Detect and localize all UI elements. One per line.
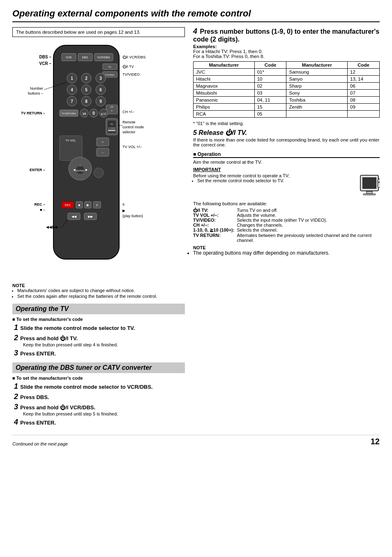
svg-text:TV/VIDEO: TV/VIDEO — [122, 72, 140, 77]
table-cell: 03 — [254, 90, 286, 97]
svg-text:TV RETURN –: TV RETURN – — [21, 111, 45, 115]
svg-rect-97 — [363, 194, 376, 195]
important-list: Set the remote control mode selector to … — [197, 178, 290, 183]
svg-text:selector: selector — [122, 130, 136, 134]
dbs-step-3: 3 Press and hold ⏻/I VCR/DBS. Keep the b… — [12, 403, 185, 416]
table-cell: 06 — [348, 83, 380, 90]
svg-rect-95 — [362, 177, 376, 189]
tv-image: TV — [359, 173, 380, 199]
button-label: 1-10, 0, ≧10 (100+): — [193, 227, 237, 233]
svg-text:▶: ▶ — [87, 203, 90, 207]
important-content: Before using the remote control to opera… — [193, 173, 380, 199]
svg-text:5: 5 — [85, 88, 88, 92]
continued-text: Continued on the next page — [12, 441, 68, 446]
svg-text:▶▶: ▶▶ — [88, 215, 93, 218]
operation-section: Operation Aim the remote control at the … — [193, 151, 380, 243]
svg-text:DBS –: DBS – — [39, 55, 52, 59]
svg-text:TV: TV — [108, 66, 111, 68]
table-cell: Sharp — [286, 83, 348, 90]
button-label: TV VOL +/–: — [193, 213, 237, 218]
left-column: The buttons described below are used on … — [12, 27, 185, 428]
svg-text:10: 10 — [83, 112, 86, 116]
table-cell: 13, 14 — [348, 76, 380, 83]
table-cell — [286, 111, 348, 118]
svg-text:TV/VIDEO: TV/VIDEO — [105, 74, 114, 76]
tv-step-1: 1 Slide the remote control mode selector… — [12, 323, 185, 332]
svg-text:REC: REC — [65, 204, 71, 207]
svg-text:9: 9 — [99, 99, 102, 104]
table-cell: 02 — [254, 83, 286, 90]
table-cell: 15 — [254, 104, 286, 111]
svg-text:7: 7 — [71, 99, 73, 104]
note-left-item-2: Set the codes again after replacing the … — [17, 294, 185, 299]
svg-text:REC –: REC – — [34, 202, 45, 207]
svg-text:6: 6 — [99, 88, 102, 92]
table-cell: Sanyo — [286, 76, 348, 83]
table-cell: 12 — [348, 69, 380, 76]
svg-text:8: 8 — [85, 99, 88, 104]
step5-container: 5 Release ⏻/I TV. If there is more than … — [193, 129, 380, 147]
svg-text:■ –: ■ – — [40, 208, 45, 212]
important-item-1: Set the remote control mode selector to … — [197, 178, 290, 183]
svg-text:CH: CH — [110, 106, 113, 108]
svg-text:DBS: DBS — [82, 56, 88, 59]
note-left-list: Manufacturers' codes are subject to chan… — [17, 288, 185, 299]
svg-text:II: II — [96, 203, 98, 207]
button-label: TV RETURN: — [193, 233, 237, 243]
button-desc: Selects the input mode (either TV or VID… — [237, 218, 380, 223]
table-cell: 07 — [348, 90, 380, 97]
svg-text:2: 2 — [85, 76, 88, 81]
table-cell: 05 — [254, 111, 286, 118]
svg-point-58 — [94, 168, 104, 178]
note-right: NOTE The operating buttons may differ de… — [193, 245, 380, 256]
button-desc: Adjusts the volume. — [237, 213, 380, 218]
svg-text:TV: TV — [377, 177, 379, 179]
table-cell: RCA — [194, 111, 255, 118]
buttons-table: ⏻/I TV:Turns TV on and off.TV VOL +/–:Ad… — [193, 208, 380, 243]
table-cell: Philips — [194, 104, 255, 111]
svg-text:⏻/I VCR/DBS: ⏻/I VCR/DBS — [122, 55, 146, 59]
dbs-subsection-title: To set the manufacturer's code — [12, 376, 185, 381]
dbs-step-1: 1 Slide the remote control mode selector… — [12, 382, 185, 391]
dbs-steps: 1 Slide the remote control mode selector… — [12, 382, 185, 427]
step4-examples: Examples: For a Hitachi TV: Press 1, the… — [193, 44, 380, 59]
operating-tv-title: Operating the TV — [12, 304, 185, 314]
svg-text:TV: TV — [111, 123, 113, 125]
svg-text:≧10: ≧10 — [101, 112, 106, 115]
right-column: 4 Press number buttons (1-9, 0) to enter… — [193, 27, 380, 428]
table-cell: Panasonic — [194, 97, 255, 104]
notice-box: The buttons described below are used on … — [12, 27, 185, 37]
svg-rect-96 — [367, 191, 372, 194]
button-label: TV/VIDEO: — [193, 218, 237, 223]
page-footer: Continued on the next page 12 — [12, 435, 380, 446]
svg-text:ENTER –: ENTER – — [30, 168, 45, 172]
svg-text:VCR –: VCR – — [39, 61, 52, 66]
svg-text:Number: Number — [30, 86, 43, 91]
button-label: ⏻/I TV: — [193, 208, 237, 213]
note-left-item-1: Manufacturers' codes are subject to chan… — [17, 288, 185, 293]
table-cell: 01* — [254, 69, 286, 76]
button-desc: Turns TV on and off. — [237, 208, 380, 213]
note-right-item-1: The operating buttons may differ dependi… — [193, 250, 380, 256]
svg-text:+: + — [111, 109, 113, 112]
svg-text:(play button): (play button) — [122, 214, 143, 218]
svg-text:4: 4 — [71, 88, 73, 92]
step5-title: 5 Release ⏻/I TV. — [193, 129, 380, 137]
table-cell — [348, 111, 380, 118]
remote-diagram: VCR DBS VCR/DBS TV TV/VIDEO 1 2 — [12, 41, 185, 280]
table-cell: Sony — [286, 90, 348, 97]
tv-steps: 1 Slide the remote control mode selector… — [12, 323, 185, 357]
svg-rect-44 — [108, 130, 115, 131]
svg-text:TV VOL +/–: TV VOL +/– — [122, 145, 142, 149]
svg-text:II: II — [122, 202, 125, 207]
button-label: CH +/–: — [193, 223, 237, 227]
available-buttons-title: The following buttons are available: — [193, 201, 380, 206]
svg-text:3: 3 — [99, 76, 102, 81]
svg-text:ENTER: ENTER — [76, 169, 85, 172]
table-cell: Toshiba — [286, 97, 348, 104]
manufacturer-table: Manufacturer Code Manufacturer Code JVC0… — [193, 61, 380, 118]
table-cell: JVC — [194, 69, 255, 76]
svg-text:⏻/I TV: ⏻/I TV — [122, 65, 134, 69]
svg-text:▶: ▶ — [122, 209, 125, 213]
col-header-mfr2: Manufacturer — [286, 62, 348, 69]
